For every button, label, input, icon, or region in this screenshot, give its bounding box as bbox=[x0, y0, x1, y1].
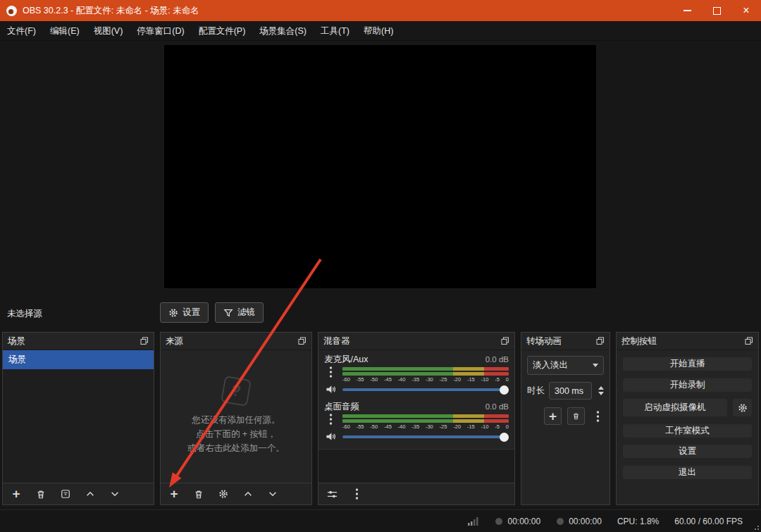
meter-bar bbox=[342, 367, 509, 371]
source-settings-button[interactable]: 设置 bbox=[160, 302, 209, 323]
start-virtual-camera-button[interactable]: 启动虚拟摄像机 bbox=[622, 398, 728, 417]
controls-panel-header[interactable]: 控制按钮 bbox=[617, 333, 758, 350]
plus-icon: + bbox=[12, 488, 20, 500]
sources-panel: 来源 ? 您还没有添加任何源。 点击下面的 + 按钮， 或者右击此处添加一个。 … bbox=[160, 332, 312, 505]
trash-icon bbox=[36, 489, 46, 500]
scene-filters-icon bbox=[61, 489, 70, 499]
menu-item-profile[interactable]: 配置文件(P) bbox=[192, 22, 253, 40]
empty-hint-line: 您还没有添加任何源。 bbox=[192, 413, 280, 427]
menu-item-scene-collection[interactable]: 场景集合(S) bbox=[252, 22, 314, 40]
mute-button[interactable] bbox=[324, 383, 337, 395]
chevron-up-icon bbox=[85, 489, 95, 499]
volume-meter bbox=[342, 413, 509, 423]
speaker-icon bbox=[326, 384, 336, 395]
channel-db-value: 0.0 dB bbox=[485, 402, 509, 411]
spin-down-button[interactable] bbox=[598, 392, 604, 395]
source-properties-button[interactable] bbox=[217, 488, 230, 500]
gear-icon bbox=[168, 308, 178, 318]
transitions-panel-header[interactable]: 转场动画 bbox=[521, 333, 610, 350]
move-source-up-button[interactable] bbox=[242, 488, 254, 500]
transition-menu-button[interactable] bbox=[591, 410, 604, 423]
source-filters-button[interactable]: 滤镜 bbox=[215, 302, 264, 323]
advanced-audio-icon bbox=[327, 489, 338, 500]
transitions-body: 淡入淡出 时长 300 ms + bbox=[521, 350, 610, 483]
audio-mixer-panel: 混音器 麦克风/Aux 0.0 dB bbox=[318, 332, 515, 505]
volume-slider-track bbox=[342, 388, 509, 391]
close-button[interactable]: × bbox=[731, 0, 761, 21]
menu-item-help[interactable]: 帮助(H) bbox=[357, 22, 400, 40]
start-streaming-button[interactable]: 开始直播 bbox=[622, 357, 753, 371]
add-transition-button[interactable]: + bbox=[544, 407, 562, 425]
popout-icon[interactable] bbox=[298, 337, 307, 345]
remove-transition-button[interactable] bbox=[567, 407, 585, 425]
kebab-menu-icon bbox=[355, 488, 359, 500]
channel-menu-button[interactable] bbox=[324, 413, 337, 426]
scenes-panel-header[interactable]: 场景 bbox=[3, 333, 154, 350]
advanced-audio-button[interactable] bbox=[326, 488, 338, 500]
volume-slider[interactable] bbox=[342, 431, 509, 443]
volume-slider-handle[interactable] bbox=[500, 385, 509, 395]
scene-filters-button[interactable] bbox=[59, 488, 72, 500]
resize-grip[interactable] bbox=[752, 523, 759, 530]
scene-list-item[interactable]: 场景 bbox=[3, 350, 154, 369]
filters-icon bbox=[223, 308, 233, 318]
source-toolbar: 设置 滤镜 bbox=[160, 302, 264, 323]
kebab-menu-icon bbox=[329, 413, 333, 426]
start-recording-button[interactable]: 开始录制 bbox=[622, 378, 753, 392]
speaker-icon bbox=[326, 431, 336, 442]
volume-slider-handle[interactable] bbox=[500, 433, 509, 442]
popout-icon[interactable] bbox=[596, 337, 605, 345]
mixer-panel-header[interactable]: 混音器 bbox=[318, 333, 514, 350]
trash-icon bbox=[194, 489, 204, 500]
menu-item-view[interactable]: 视图(V) bbox=[87, 22, 130, 40]
mixer-menu-button[interactable] bbox=[350, 488, 363, 500]
minimize-button[interactable] bbox=[672, 0, 702, 21]
volume-slider[interactable] bbox=[342, 384, 509, 396]
recording-time: 00:00:00 bbox=[507, 516, 540, 526]
mute-button[interactable] bbox=[324, 430, 337, 443]
plus-icon: + bbox=[549, 411, 557, 422]
preview-canvas[interactable] bbox=[164, 45, 596, 288]
kebab-menu-icon bbox=[596, 410, 600, 423]
menu-item-tools[interactable]: 工具(T) bbox=[314, 22, 357, 40]
streaming-status-dot bbox=[556, 517, 564, 526]
mixer-channel: 桌面音频 0.0 dB -60-55-50-45-40-35-30-25-20-… bbox=[318, 397, 514, 445]
no-source-label: 未选择源 bbox=[7, 308, 42, 320]
meter-scale: -60-55-50-45-40-35-30-25-20-15-10-50 bbox=[342, 423, 509, 430]
titlebar: OBS 30.2.3 - 配置文件: 未命名 - 场景: 未命名 × bbox=[0, 0, 761, 21]
fps-counter: 60.00 / 60.00 FPS bbox=[674, 516, 743, 526]
move-source-down-button[interactable] bbox=[266, 488, 279, 500]
add-source-button[interactable]: + bbox=[168, 488, 180, 500]
popout-icon[interactable] bbox=[140, 337, 149, 345]
virtual-camera-settings-button[interactable] bbox=[732, 398, 753, 417]
meter-scale: -60-55-50-45-40-35-30-25-20-15-10-50 bbox=[342, 376, 509, 383]
move-scene-up-button[interactable] bbox=[84, 488, 97, 500]
scenes-panel: 场景 场景 + bbox=[2, 332, 154, 505]
settings-button[interactable]: 设置 bbox=[622, 444, 753, 459]
duration-spinbox[interactable]: 300 ms bbox=[549, 382, 592, 400]
menu-item-edit[interactable]: 编辑(E) bbox=[43, 22, 87, 40]
popout-icon[interactable] bbox=[745, 337, 753, 345]
menu-item-file[interactable]: 文件(F) bbox=[0, 22, 43, 40]
transitions-panel-title: 转场动画 bbox=[526, 335, 562, 347]
maximize-button[interactable] bbox=[702, 0, 731, 21]
exit-button[interactable]: 退出 bbox=[622, 465, 753, 480]
studio-mode-button[interactable]: 工作室模式 bbox=[622, 423, 753, 438]
channel-menu-button[interactable] bbox=[324, 366, 337, 378]
recording-status-dot bbox=[495, 517, 503, 526]
remove-source-button[interactable] bbox=[192, 488, 205, 500]
scenes-panel-title: 场景 bbox=[8, 335, 25, 347]
sources-panel-header[interactable]: 来源 bbox=[161, 333, 311, 350]
meter-bar bbox=[342, 419, 509, 423]
cpu-usage: CPU: 1.8% bbox=[617, 516, 659, 526]
menu-item-docks[interactable]: 停靠窗口(D) bbox=[130, 22, 191, 40]
remove-scene-button[interactable] bbox=[35, 488, 47, 500]
sources-empty-state[interactable]: ? 您还没有添加任何源。 点击下面的 + 按钮， 或者右击此处添加一个。 bbox=[161, 350, 311, 483]
move-scene-down-button[interactable] bbox=[109, 488, 121, 500]
transition-select[interactable]: 淡入淡出 bbox=[527, 356, 604, 375]
popout-icon[interactable] bbox=[501, 337, 509, 345]
recording-status: 00:00:00 bbox=[495, 516, 540, 526]
chevron-down-icon bbox=[593, 364, 598, 367]
add-scene-button[interactable]: + bbox=[10, 488, 23, 500]
spin-up-button[interactable] bbox=[598, 386, 604, 390]
